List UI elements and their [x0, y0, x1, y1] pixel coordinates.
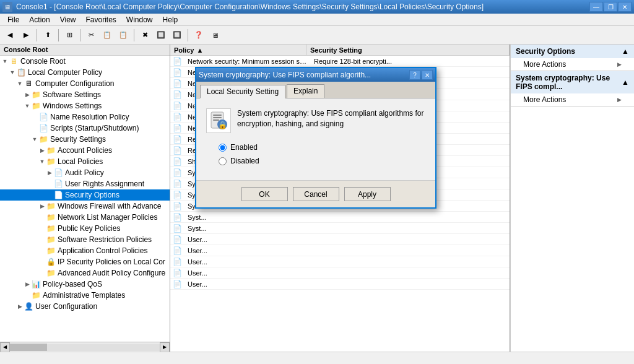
- modal-help-button[interactable]: ?: [409, 70, 420, 80]
- modal-title-bar: System cryptography: Use FIPS compliant …: [196, 68, 435, 82]
- modal-dialog: System cryptography: Use FIPS compliant …: [195, 67, 436, 209]
- modal-radio-group: Enabled Disabled: [219, 143, 425, 165]
- svg-rect-1: [213, 115, 222, 116]
- modal-policy-icon: 🔒: [206, 108, 231, 133]
- modal-overlay: System cryptography: Use FIPS compliant …: [0, 0, 634, 364]
- radio-disabled-input[interactable]: [219, 157, 227, 165]
- modal-title-text: System cryptography: Use FIPS compliant …: [199, 71, 371, 79]
- radio-disabled-label: Disabled: [230, 157, 259, 165]
- modal-content: 🔒 System cryptography: Use FIPS complian…: [196, 98, 435, 180]
- radio-enabled-label: Enabled: [230, 143, 258, 152]
- svg-text:🔒: 🔒: [218, 120, 227, 129]
- tab-explain[interactable]: Explain: [287, 84, 324, 98]
- radio-enabled-input[interactable]: [219, 144, 227, 152]
- modal-tabs: Local Security Setting Explain: [196, 82, 435, 98]
- radio-enabled[interactable]: Enabled: [219, 143, 425, 152]
- apply-button[interactable]: Apply: [344, 187, 391, 201]
- modal-desc-area: 🔒 System cryptography: Use FIPS complian…: [206, 108, 425, 133]
- ok-button[interactable]: OK: [241, 187, 288, 201]
- tab-local-security[interactable]: Local Security Setting: [200, 85, 285, 98]
- modal-footer: OK Cancel Apply: [196, 180, 435, 207]
- modal-close-button[interactable]: ✕: [422, 70, 433, 80]
- svg-rect-2: [213, 117, 222, 118]
- modal-controls: ? ✕: [409, 70, 433, 80]
- cancel-button[interactable]: Cancel: [293, 187, 339, 201]
- modal-policy-description: System cryptography: Use FIPS compliant …: [237, 108, 425, 129]
- radio-disabled[interactable]: Disabled: [219, 157, 425, 165]
